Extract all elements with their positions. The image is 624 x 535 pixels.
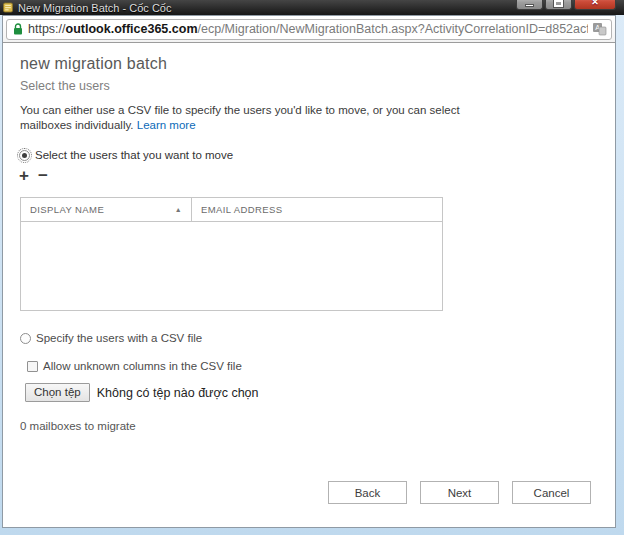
learn-more-link[interactable]: Learn more bbox=[137, 119, 196, 131]
back-button[interactable]: Back bbox=[328, 481, 407, 504]
maximize-icon bbox=[554, 0, 563, 7]
radio-csv[interactable] bbox=[20, 333, 31, 344]
url-scheme: https:// bbox=[28, 22, 66, 36]
file-status-text: Không có tệp nào được chọn bbox=[97, 386, 259, 400]
url-host: outlook.office365.com bbox=[66, 22, 198, 36]
secure-lock-icon bbox=[13, 23, 23, 36]
maximize-button[interactable] bbox=[545, 0, 572, 10]
users-table-header: DISPLAY NAME ▲ EMAIL ADDRESS bbox=[21, 198, 442, 222]
migration-batch-page: new migration batch Select the users You… bbox=[3, 43, 615, 527]
minimize-icon bbox=[525, 4, 534, 7]
url-path: /ecp/Migration/NewMigrationBatch.aspx?Ac… bbox=[198, 22, 588, 36]
column-header-display-name[interactable]: DISPLAY NAME ▲ bbox=[21, 198, 192, 221]
intro-text: You can either use a CSV file to specify… bbox=[20, 103, 472, 133]
close-button[interactable]: ✕ bbox=[574, 0, 616, 10]
footer-buttons: Back Next Cancel bbox=[3, 481, 615, 504]
csv-file-input: Chọn tệp Không có tệp nào được chọn bbox=[25, 383, 259, 402]
option-csv[interactable]: Specify the users with a CSV file bbox=[20, 332, 202, 344]
next-button[interactable]: Next bbox=[420, 481, 499, 504]
option-select-users[interactable]: Select the users that you want to move bbox=[19, 149, 233, 161]
checkbox-unknown-columns[interactable] bbox=[27, 361, 38, 372]
minimize-button[interactable] bbox=[516, 0, 543, 10]
users-table-body[interactable] bbox=[21, 222, 442, 310]
mailbox-count-text: 0 mailboxes to migrate bbox=[20, 420, 136, 432]
window-controls: ✕ bbox=[516, 0, 616, 10]
remove-user-button[interactable]: − bbox=[38, 167, 48, 184]
radio-csv-label: Specify the users with a CSV file bbox=[36, 332, 202, 344]
list-toolbar: + − bbox=[19, 167, 48, 184]
cancel-button[interactable]: Cancel bbox=[512, 481, 591, 504]
intro-body: You can either use a CSV file to specify… bbox=[20, 104, 460, 131]
app-favicon-icon bbox=[3, 2, 14, 13]
titlebar[interactable]: New Migration Batch - Cốc Cốc ✕ bbox=[0, 0, 624, 15]
page-title: new migration batch bbox=[20, 55, 167, 73]
add-user-button[interactable]: + bbox=[19, 167, 29, 184]
option-unknown-columns[interactable]: Allow unknown columns in the CSV file bbox=[27, 360, 242, 372]
page-subtitle: Select the users bbox=[20, 79, 110, 93]
choose-file-button[interactable]: Chọn tệp bbox=[25, 383, 90, 402]
sort-asc-icon: ▲ bbox=[175, 206, 182, 213]
translate-icon[interactable]: A bbox=[592, 22, 607, 36]
window-frame: New Migration Batch - Cốc Cốc ✕ https://… bbox=[0, 0, 624, 535]
radio-select-users[interactable] bbox=[19, 150, 30, 161]
address-bar[interactable]: https://outlook.office365.com/ecp/Migrat… bbox=[6, 19, 612, 40]
browser-toolbar: https://outlook.office365.com/ecp/Migrat… bbox=[3, 16, 615, 43]
display-name-header-label: DISPLAY NAME bbox=[30, 204, 104, 215]
radio-select-users-label: Select the users that you want to move bbox=[35, 149, 233, 161]
column-header-email-address[interactable]: EMAIL ADDRESS bbox=[192, 198, 291, 221]
checkbox-unknown-columns-label: Allow unknown columns in the CSV file bbox=[43, 360, 242, 372]
close-icon: ✕ bbox=[591, 0, 599, 7]
email-address-header-label: EMAIL ADDRESS bbox=[201, 204, 282, 215]
window-title: New Migration Batch - Cốc Cốc bbox=[18, 1, 171, 15]
browser-window: https://outlook.office365.com/ecp/Migrat… bbox=[2, 15, 616, 528]
url-text[interactable]: https://outlook.office365.com/ecp/Migrat… bbox=[28, 22, 588, 36]
users-table: DISPLAY NAME ▲ EMAIL ADDRESS bbox=[20, 197, 443, 311]
